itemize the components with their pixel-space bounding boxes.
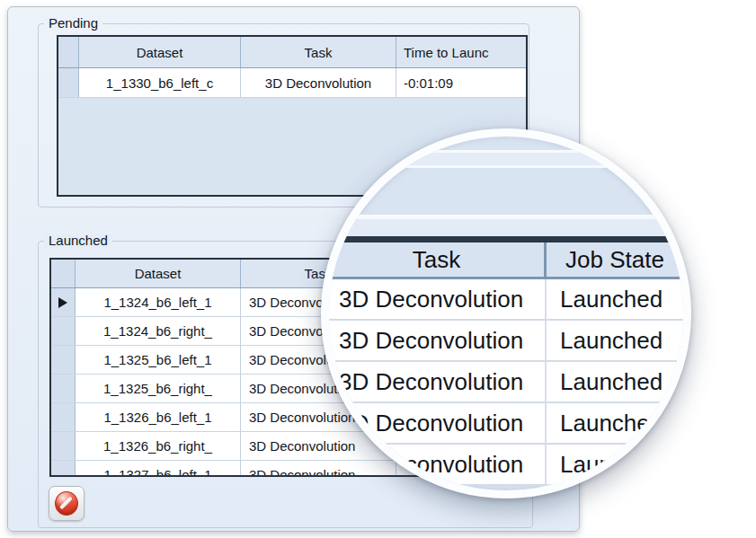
magnified-column-header-job-state: Job State <box>547 243 683 277</box>
cell-task[interactable]: 3D Deconvolution <box>241 68 396 97</box>
row-selector-cell[interactable] <box>51 403 76 431</box>
row-selector-cell[interactable] <box>51 317 76 345</box>
cell-dataset[interactable]: 1_1324_b6_right_ <box>76 317 241 345</box>
magnified-cell-job-state: Launched <box>547 445 683 484</box>
magnified-cell-job-state: Launched <box>547 321 683 360</box>
cell-dataset[interactable]: 1_1326_b6_left_1 <box>76 403 241 431</box>
magnified-band <box>329 219 683 236</box>
pending-column-header-dataset[interactable]: Dataset <box>79 37 241 67</box>
current-row-marker-icon <box>58 297 67 308</box>
cell-dataset[interactable]: 1_1327_b6_left_1 <box>76 461 241 477</box>
pending-header-row: Dataset Task Time to Launc <box>58 37 526 68</box>
cell-dataset[interactable]: 1_1324_b6_left_1 <box>76 288 241 316</box>
magnified-cell-task: 3D Deconvolution <box>329 279 547 319</box>
magnified-column-header-task: Task <box>329 243 547 277</box>
magnified-table-top-border <box>329 236 683 243</box>
row-selector-cell[interactable] <box>51 432 76 460</box>
table-row[interactable]: 1_1330_b6_left_c 3D Deconvolution -0:01:… <box>58 68 526 98</box>
row-selector-cell[interactable] <box>51 461 76 477</box>
pending-column-header-time-to-launch[interactable]: Time to Launc <box>396 37 526 67</box>
magnified-header-row: Task Job State <box>329 243 683 279</box>
magnifier-overlay: Task Job State 3D DeconvolutionLaunched3… <box>321 128 691 498</box>
row-selector-cell[interactable] <box>58 68 79 97</box>
cancel-slash-icon <box>55 491 78 516</box>
launched-corner-cell[interactable] <box>51 260 76 287</box>
magnified-cell-job-state: Launched <box>547 279 683 319</box>
magnified-table-row: 3D DeconvolutionLaunched <box>329 279 683 321</box>
cell-task[interactable]: 3D Deconvolution <box>241 461 396 477</box>
magnified-table-row: 3D DeconvolutionLaunched <box>329 321 683 362</box>
cell-dataset[interactable]: 1_1325_b6_left_1 <box>76 346 241 374</box>
cancel-job-button[interactable] <box>49 486 84 521</box>
pending-group-label: Pending <box>44 16 102 31</box>
row-selector-cell[interactable] <box>51 375 76 402</box>
launched-column-header-dataset[interactable]: Dataset <box>76 260 241 287</box>
cell-dataset[interactable]: 1_1325_b6_right_ <box>76 375 241 402</box>
magnified-cell-job-state: Launched <box>547 362 683 401</box>
magnified-cell-task: 3D Deconvolution <box>329 321 547 360</box>
cell-dataset[interactable]: 1_1330_b6_left_c <box>79 68 241 97</box>
magnified-table-row: 3D DeconvolutionLaunched <box>329 403 683 445</box>
magnified-cell-task: 3D Deconvolution <box>329 362 547 401</box>
row-selector-cell[interactable] <box>51 288 76 316</box>
pending-column-header-task[interactable]: Task <box>241 37 396 67</box>
magnified-cell-job-state: Launched <box>547 403 683 443</box>
row-selector-cell[interactable] <box>51 346 76 374</box>
magnified-table-row: 3D DeconvolutionLaunched <box>329 362 683 403</box>
cell-dataset[interactable]: 1_1326_b6_right_ <box>76 432 241 460</box>
pending-corner-cell[interactable] <box>58 37 79 67</box>
cell-time-to-launch[interactable]: -0:01:09 <box>396 68 526 97</box>
launched-group-label: Launched <box>44 234 112 248</box>
